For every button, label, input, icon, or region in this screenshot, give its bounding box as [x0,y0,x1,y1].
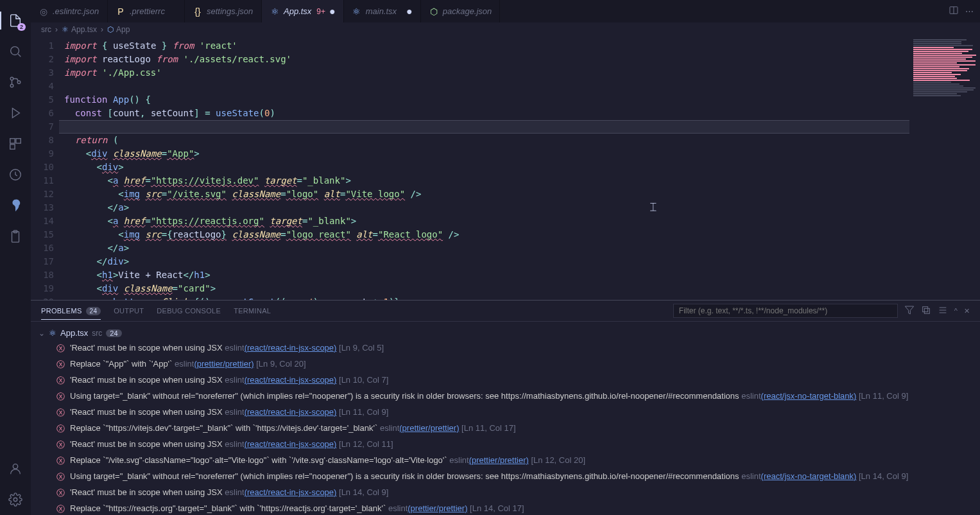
problem-item[interactable]: ⓧ Replace `"https://reactjs.org"·target=… [39,501,972,515]
tab-label: .eslintrc.json [53,6,99,16]
split-editor-icon[interactable] [949,5,959,17]
code-area[interactable]: import { useState } from 'react'import r… [64,37,909,300]
problem-item[interactable]: ⓧ Using target="_blank" without rel="nor… [39,469,972,485]
tab-problems[interactable]: PROBLEMS 24 [41,307,101,320]
error-icon: ⓧ [56,487,65,500]
svg-rect-5 [10,139,15,143]
problem-rule-link[interactable]: (prettier/prettier) [399,423,459,433]
problem-item[interactable]: ⓧ Using target="_blank" without rel="nor… [39,388,972,405]
problem-item[interactable]: ⓧ Replace `"https://vitejs.dev"·target="… [39,421,972,437]
timeline-icon[interactable] [0,159,31,190]
breadcrumb-item[interactable]: src [41,25,51,34]
tab-label: main.tsx [366,6,402,16]
problem-item[interactable]: ⓧ 'React' must be in scope when using JS… [39,405,972,421]
file-type-icon: P [116,6,126,17]
problem-rule-link[interactable]: (react/jsx-no-target-blank) [761,391,857,401]
problems-count-badge: 24 [86,307,101,315]
settings-gear-icon[interactable] [0,484,31,515]
file-type-icon: {} [193,6,203,17]
tab--eslintrc-json[interactable]: ◎ .eslintrc.json [31,0,108,22]
problem-item[interactable]: ⓧ Replace `"/vite.svg"·className="logo"·… [39,453,972,469]
problems-list: ⌄ ⚛ App.tsx src 24 ⓧ 'React' must be in … [31,322,980,515]
clipboard-icon[interactable] [0,221,31,252]
editor-tabs: ◎ .eslintrc.json P .prettierrc {} settin… [31,0,980,22]
view-as-list-icon[interactable] [938,305,948,317]
svg-rect-17 [924,308,929,313]
svg-rect-7 [10,144,15,149]
error-icon: ⓧ [56,374,65,387]
breadcrumb-item[interactable]: ⬡App [107,25,130,34]
problem-item[interactable]: ⓧ 'React' must be in scope when using JS… [39,437,972,453]
problem-item[interactable]: ⓧ 'React' must be in scope when using JS… [39,372,972,388]
tab-app-tsx[interactable]: ⚛ App.tsx 9+ ● [262,0,344,22]
explorer-icon[interactable]: 2 [0,5,31,36]
tab-main-tsx[interactable]: ⚛ main.tsx ● [344,0,421,22]
file-type-icon: ◎ [39,6,49,17]
account-icon[interactable] [0,453,31,484]
collapse-all-icon[interactable] [921,305,931,317]
chevron-down-icon: ⌄ [39,329,45,338]
problem-rule-link[interactable]: (prettier/prettier) [408,503,467,513]
breadcrumb[interactable]: src›⚛App.tsx›⬡App [31,22,980,37]
search-icon[interactable] [0,36,31,67]
error-icon: ⓧ [56,439,65,451]
problem-item[interactable]: ⓧ 'React' must be in scope when using JS… [39,485,972,501]
tab-settings-json[interactable]: {} settings.json [185,0,262,22]
svg-point-1 [10,77,13,80]
error-icon: ⓧ [56,423,65,435]
svg-point-11 [13,464,17,469]
svg-rect-16 [922,307,927,312]
tab-debug-console[interactable]: DEBUG CONSOLE [157,307,221,315]
close-panel-icon[interactable]: ✕ [964,307,970,315]
svg-point-3 [17,81,21,84]
problem-rule-link[interactable]: (react/jsx-no-target-blank) [761,471,857,481]
tab--prettierrc[interactable]: P .prettierrc [108,0,185,22]
error-icon: ⓧ [56,503,65,515]
extensions-icon[interactable] [0,128,31,159]
problems-filter-input[interactable] [673,304,898,318]
error-icon: ⓧ [56,358,65,371]
breadcrumb-item[interactable]: ⚛App.tsx [62,25,97,34]
file-type-icon: ⬡ [429,6,439,17]
file-type-icon: ⚛ [352,6,362,17]
svg-marker-4 [12,109,19,118]
editor[interactable]: 1234567891011121314151617181920 import {… [31,37,980,300]
text-cursor-icon: ⌶ [650,201,657,213]
error-icon: ⓧ [56,390,65,403]
svg-marker-15 [905,306,913,314]
error-icon: ⓧ [56,406,65,419]
svg-point-2 [10,84,13,87]
explorer-badge: 2 [17,23,26,31]
problem-item[interactable]: ⓧ 'React' must be in scope when using JS… [39,340,972,356]
tab-label: settings.json [207,6,254,16]
problem-rule-link[interactable]: (react/react-in-jsx-scope) [245,343,337,353]
tab-output[interactable]: OUTPUT [114,307,144,315]
source-control-icon[interactable] [0,67,31,98]
tab-problem-count: 9+ [316,7,325,16]
tab-terminal[interactable]: TERMINAL [234,307,271,315]
problem-item[interactable]: ⓧ Replace `"App"` with `'App'` eslint(pr… [39,356,972,372]
dirty-indicator-icon: ● [406,6,413,17]
tab-label: App.tsx [284,6,311,16]
filter-icon[interactable] [904,305,915,317]
problem-rule-link[interactable]: (react/react-in-jsx-scope) [245,487,337,497]
problem-rule-link[interactable]: (react/react-in-jsx-scope) [245,375,337,385]
problem-rule-link[interactable]: (prettier/prettier) [469,455,529,465]
maximize-panel-icon[interactable]: ^ [954,307,958,315]
minimap[interactable] [909,37,980,300]
run-debug-icon[interactable] [0,98,31,128]
problem-rule-link[interactable]: (react/react-in-jsx-scope) [245,439,337,449]
problem-rule-link[interactable]: (prettier/prettier) [194,359,254,369]
activity-bar: 2 [0,0,31,515]
svg-rect-6 [16,139,21,143]
tab-label: .prettierrc [130,6,176,16]
svg-point-12 [13,498,17,502]
line-gutter: 1234567891011121314151617181920 [31,37,64,300]
problems-file-header[interactable]: ⌄ ⚛ App.tsx src 24 [39,326,972,340]
tab-label: package.json [443,6,492,16]
problem-rule-link[interactable]: (react/react-in-jsx-scope) [245,407,337,417]
more-actions-icon[interactable]: ⋯ [965,6,974,16]
tab-package-json[interactable]: ⬡ package.json [421,0,501,22]
svg-point-0 [11,47,19,55]
brand-icon[interactable] [0,190,31,221]
